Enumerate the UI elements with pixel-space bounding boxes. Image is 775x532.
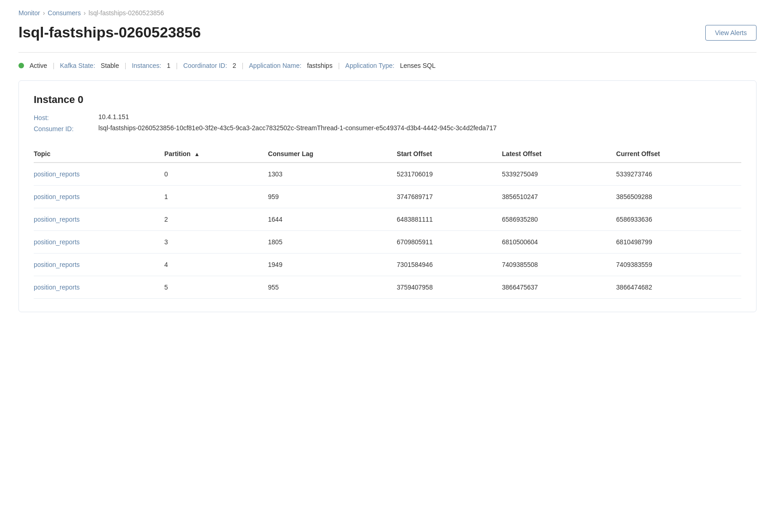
cell-start-offset: 7301584946 bbox=[397, 254, 502, 276]
partition-sort-icon: ▲ bbox=[194, 151, 200, 157]
cell-consumer-lag: 1303 bbox=[268, 163, 397, 186]
active-status-dot bbox=[18, 63, 24, 68]
table-row: position_reports013035231706019533927504… bbox=[34, 163, 741, 186]
consumer-table: Topic Partition ▲ Consumer Lag Start Off… bbox=[34, 145, 741, 299]
table-row: position_reports595537594079583866475637… bbox=[34, 276, 741, 299]
kafka-state-label: Kafka State: bbox=[60, 62, 95, 69]
cell-current-offset: 5339273746 bbox=[616, 163, 741, 186]
active-label: Active bbox=[30, 62, 47, 69]
col-topic: Topic bbox=[34, 145, 164, 163]
instances-label: Instances: bbox=[132, 62, 161, 69]
col-latest-offset: Latest Offset bbox=[502, 145, 616, 163]
breadcrumb-consumers[interactable]: Consumers bbox=[48, 9, 81, 17]
sep-2: | bbox=[125, 62, 127, 69]
cell-topic[interactable]: position_reports bbox=[34, 276, 164, 299]
cell-latest-offset: 3866475637 bbox=[502, 276, 616, 299]
cell-consumer-lag: 959 bbox=[268, 186, 397, 208]
instance-card: Instance 0 Host: 10.4.1.151 Consumer ID:… bbox=[18, 80, 757, 312]
breadcrumb-monitor[interactable]: Monitor bbox=[18, 9, 40, 17]
cell-current-offset: 7409383559 bbox=[616, 254, 741, 276]
page-header: lsql-fastships-0260523856 View Alerts bbox=[18, 24, 757, 41]
instance-meta: Host: 10.4.1.151 Consumer ID: lsql-fasts… bbox=[34, 113, 741, 133]
table-body: position_reports013035231706019533927504… bbox=[34, 163, 741, 299]
breadcrumb: Monitor › Consumers › lsql-fastships-026… bbox=[18, 9, 757, 17]
breadcrumb-current: lsql-fastships-0260523856 bbox=[89, 9, 164, 17]
cell-start-offset: 3759407958 bbox=[397, 276, 502, 299]
table-header-row: Topic Partition ▲ Consumer Lag Start Off… bbox=[34, 145, 741, 163]
cell-current-offset: 3866474682 bbox=[616, 276, 741, 299]
cell-partition: 5 bbox=[164, 276, 268, 299]
cell-topic[interactable]: position_reports bbox=[34, 186, 164, 208]
table-row: position_reports195937476897173856510247… bbox=[34, 186, 741, 208]
col-consumer-lag: Consumer Lag bbox=[268, 145, 397, 163]
breadcrumb-sep-1: › bbox=[43, 9, 45, 17]
header-divider bbox=[18, 52, 757, 53]
page-container: Monitor › Consumers › lsql-fastships-026… bbox=[0, 0, 775, 321]
table-row: position_reports318056709805911681050060… bbox=[34, 231, 741, 254]
cell-topic[interactable]: position_reports bbox=[34, 254, 164, 276]
cell-latest-offset: 6586935280 bbox=[502, 208, 616, 231]
breadcrumb-sep-2: › bbox=[84, 9, 86, 17]
col-partition[interactable]: Partition ▲ bbox=[164, 145, 268, 163]
cell-latest-offset: 6810500604 bbox=[502, 231, 616, 254]
sep-5: | bbox=[338, 62, 340, 69]
app-name-label: Application Name: bbox=[249, 62, 302, 69]
cell-latest-offset: 5339275049 bbox=[502, 163, 616, 186]
view-alerts-button[interactable]: View Alerts bbox=[705, 25, 757, 41]
cell-consumer-lag: 1644 bbox=[268, 208, 397, 231]
app-type-value: Lenses SQL bbox=[400, 62, 436, 69]
instances-value: 1 bbox=[167, 62, 170, 69]
app-name-value: fastships bbox=[307, 62, 333, 69]
table-header: Topic Partition ▲ Consumer Lag Start Off… bbox=[34, 145, 741, 163]
cell-partition: 3 bbox=[164, 231, 268, 254]
table-row: position_reports216446483881111658693528… bbox=[34, 208, 741, 231]
cell-start-offset: 5231706019 bbox=[397, 163, 502, 186]
cell-consumer-lag: 1949 bbox=[268, 254, 397, 276]
instance-title: Instance 0 bbox=[34, 94, 741, 106]
cell-partition: 0 bbox=[164, 163, 268, 186]
cell-consumer-lag: 1805 bbox=[268, 231, 397, 254]
cell-start-offset: 3747689717 bbox=[397, 186, 502, 208]
table-row: position_reports419497301584946740938550… bbox=[34, 254, 741, 276]
cell-latest-offset: 3856510247 bbox=[502, 186, 616, 208]
coordinator-id-value: 2 bbox=[233, 62, 236, 69]
host-label: Host: bbox=[34, 113, 98, 121]
cell-partition: 2 bbox=[164, 208, 268, 231]
cell-partition: 1 bbox=[164, 186, 268, 208]
cell-topic[interactable]: position_reports bbox=[34, 208, 164, 231]
host-value: 10.4.1.151 bbox=[98, 113, 741, 121]
cell-consumer-lag: 955 bbox=[268, 276, 397, 299]
sep-1: | bbox=[53, 62, 54, 69]
status-bar: Active | Kafka State: Stable | Instances… bbox=[18, 62, 757, 69]
cell-topic[interactable]: position_reports bbox=[34, 231, 164, 254]
cell-topic[interactable]: position_reports bbox=[34, 163, 164, 186]
page-title: lsql-fastships-0260523856 bbox=[18, 24, 201, 41]
cell-latest-offset: 7409385508 bbox=[502, 254, 616, 276]
consumer-id-value: lsql-fastships-0260523856-10cf81e0-3f2e-… bbox=[98, 124, 741, 133]
cell-current-offset: 6586933636 bbox=[616, 208, 741, 231]
col-current-offset: Current Offset bbox=[616, 145, 741, 163]
consumer-id-label: Consumer ID: bbox=[34, 124, 98, 133]
kafka-state-value: Stable bbox=[101, 62, 119, 69]
cell-current-offset: 6810498799 bbox=[616, 231, 741, 254]
col-start-offset: Start Offset bbox=[397, 145, 502, 163]
cell-start-offset: 6709805911 bbox=[397, 231, 502, 254]
cell-current-offset: 3856509288 bbox=[616, 186, 741, 208]
app-type-label: Application Type: bbox=[345, 62, 394, 69]
sep-4: | bbox=[242, 62, 243, 69]
coordinator-id-label: Coordinator ID: bbox=[183, 62, 227, 69]
sep-3: | bbox=[176, 62, 178, 69]
cell-start-offset: 6483881111 bbox=[397, 208, 502, 231]
cell-partition: 4 bbox=[164, 254, 268, 276]
